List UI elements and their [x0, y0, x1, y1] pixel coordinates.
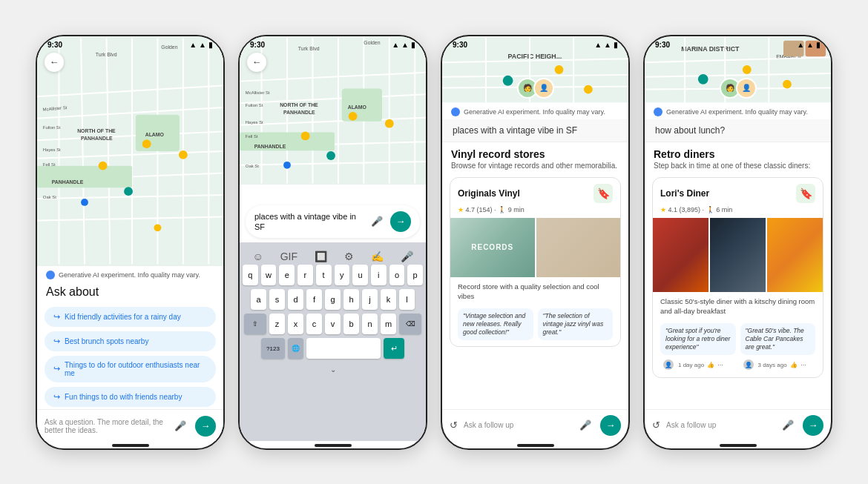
battery-icon: ▮ — [208, 41, 213, 49]
key-numbers[interactable]: ?123 — [261, 338, 285, 359]
key-c[interactable]: c — [306, 314, 322, 334]
review-chip-3-0: "Vintage selection and new releases. Rea… — [458, 308, 533, 340]
svg-point-74 — [503, 75, 513, 85]
review-date-1: 3 days ago — [758, 362, 787, 368]
svg-point-56 — [385, 119, 394, 127]
key-h[interactable]: h — [343, 289, 359, 310]
mic-follow-up-4[interactable]: 🎤 — [779, 417, 797, 434]
diner-card-header-4: Lori's Diner 🔖 — [653, 178, 823, 206]
svg-point-92 — [656, 110, 660, 114]
send-button-2[interactable]: → — [390, 211, 411, 232]
key-e[interactable]: e — [279, 265, 295, 285]
key-w[interactable]: w — [261, 265, 277, 285]
send-follow-up-3[interactable]: → — [600, 415, 621, 436]
suggestion-chip-2[interactable]: ↪ Things to do for outdoor enthusiasts n… — [45, 356, 216, 382]
mic-follow-up-3[interactable]: 🎤 — [576, 417, 594, 434]
key-b[interactable]: b — [343, 314, 359, 334]
nav-line-1 — [112, 444, 149, 447]
battery-icon-3: ▮ — [614, 41, 618, 49]
bookmark-button-3[interactable]: 🔖 — [594, 184, 613, 203]
suggestion-chip-1[interactable]: ↪ Best brunch spots nearby — [45, 331, 216, 351]
key-backspace[interactable]: ⌫ — [399, 314, 421, 334]
keyboard-2[interactable]: ☺ GIF 🔲 ⚙ ✍ 🎤 q w e r t y u i o p a — [240, 242, 426, 440]
refresh-icon-4[interactable]: ↺ — [652, 420, 660, 431]
key-u[interactable]: u — [352, 265, 368, 285]
send-follow-up-4[interactable]: → — [803, 415, 823, 436]
back-button[interactable]: ← — [45, 53, 64, 72]
ai-notice-1: Generative AI experiment. Info quality m… — [37, 266, 223, 282]
results-panel-4: Retro diners Step back in time at one of… — [645, 142, 831, 409]
key-z[interactable]: z — [269, 314, 285, 334]
avatar-group-3: 🧑 👤 — [517, 78, 554, 99]
key-space[interactable] — [306, 338, 381, 359]
ask-about-title: Ask about — [37, 282, 223, 305]
mic-kb-icon[interactable]: 🎤 — [401, 251, 413, 262]
review-chip-4-0: "Great spot if you're looking for a retr… — [660, 323, 736, 355]
chip-icon-2: ↪ — [53, 364, 60, 374]
rating-4: 4.1 — [668, 206, 678, 213]
key-y[interactable]: y — [335, 265, 350, 285]
input-placeholder-1[interactable]: Ask a question. The more detail, the bet… — [45, 418, 165, 434]
key-s[interactable]: s — [269, 289, 285, 310]
keyboard-handle[interactable]: ⌄ — [243, 362, 423, 375]
key-r[interactable]: r — [297, 265, 313, 285]
more-0: ⋯ — [717, 362, 723, 368]
key-p[interactable]: p — [407, 265, 423, 285]
key-i[interactable]: i — [371, 265, 387, 285]
key-m[interactable]: m — [381, 314, 396, 334]
key-d[interactable]: d — [288, 289, 303, 310]
key-t[interactable]: t — [316, 265, 332, 285]
handwrite-icon[interactable]: ✍ — [371, 251, 384, 262]
key-shift[interactable]: ⇧ — [244, 314, 266, 334]
ai-notice-3: Generative AI experiment. Info quality m… — [442, 103, 628, 119]
map-svg-1: NORTH OF THE PANHANDLE ALAMO PANHANDLE T… — [37, 36, 223, 266]
signal-icon: ▲ — [189, 41, 197, 49]
section-title-4: Retro diners — [645, 142, 831, 162]
key-n[interactable]: n — [362, 314, 378, 334]
sticker-icon[interactable]: 🔲 — [315, 251, 327, 262]
nav-line-3 — [517, 444, 554, 447]
wifi-icon: ▲ — [199, 41, 206, 49]
chip-icon-0: ↪ — [53, 312, 60, 322]
key-q[interactable]: q — [243, 265, 258, 285]
reviewer-avatar-0: 👤 — [662, 358, 675, 371]
diner-name-4: Lori's Diner — [660, 188, 709, 199]
follow-up-placeholder-4[interactable]: Ask a follow up — [666, 421, 773, 429]
search-bar-2[interactable]: places with a vintage vibe in SF 🎤 → — [246, 205, 420, 239]
key-l[interactable]: l — [399, 289, 415, 310]
search-text-2[interactable]: places with a vintage vibe in SF — [254, 211, 364, 233]
bookmark-button-4[interactable]: 🔖 — [796, 184, 815, 203]
gif-icon[interactable]: GIF — [280, 251, 297, 262]
card-header-3: Originals Vinyl 🔖 — [450, 178, 620, 206]
card-meta-3: ★ 4.7 (154) · 🚶 9 min — [450, 206, 620, 218]
result-card-3[interactable]: Originals Vinyl 🔖 ★ 4.7 (154) · 🚶 9 min … — [450, 177, 621, 348]
key-k[interactable]: k — [381, 289, 396, 310]
suggestion-chip-3[interactable]: ↪ Fun things to do with friends nearby — [45, 387, 216, 407]
key-x[interactable]: x — [288, 314, 303, 334]
suggestion-chip-0[interactable]: ↪ Kid friendly activities for a rainy da… — [45, 307, 216, 327]
key-enter[interactable]: ↵ — [384, 338, 404, 359]
mic-button-2[interactable]: 🎤 — [368, 213, 386, 231]
key-v[interactable]: v — [325, 314, 341, 334]
key-f[interactable]: f — [306, 289, 322, 310]
svg-text:ALAMO: ALAMO — [145, 132, 165, 137]
diner-meta-4: ★ 4.1 (3,895) · 🚶 6 min — [653, 206, 823, 218]
follow-up-placeholder-3[interactable]: Ask a follow up — [464, 421, 571, 429]
back-button-2[interactable]: ← — [247, 53, 266, 72]
refresh-icon-3[interactable]: ↺ — [450, 420, 458, 431]
more-1: ⋯ — [800, 362, 806, 368]
time-4: 9:30 — [655, 41, 670, 49]
key-o[interactable]: o — [389, 265, 405, 285]
send-button-1[interactable]: → — [195, 416, 216, 437]
diner-card-4[interactable]: Lori's Diner 🔖 ★ 4.1 (3,895) · 🚶 6 min — [652, 177, 823, 379]
emoji-icon[interactable]: ☺ — [252, 251, 263, 262]
key-j[interactable]: j — [362, 289, 378, 310]
key-g[interactable]: g — [325, 289, 341, 310]
follow-up-bar-4: ↺ Ask a follow up 🎤 → — [645, 409, 831, 441]
status-bar-3: 9:30 ▲ ▲ ▮ — [442, 36, 628, 50]
mic-button-1[interactable]: 🎤 — [171, 417, 189, 435]
settings-icon[interactable]: ⚙ — [344, 251, 354, 262]
svg-point-75 — [555, 65, 564, 74]
key-lang[interactable]: 🌐 — [288, 338, 303, 359]
key-a[interactable]: a — [251, 289, 266, 310]
